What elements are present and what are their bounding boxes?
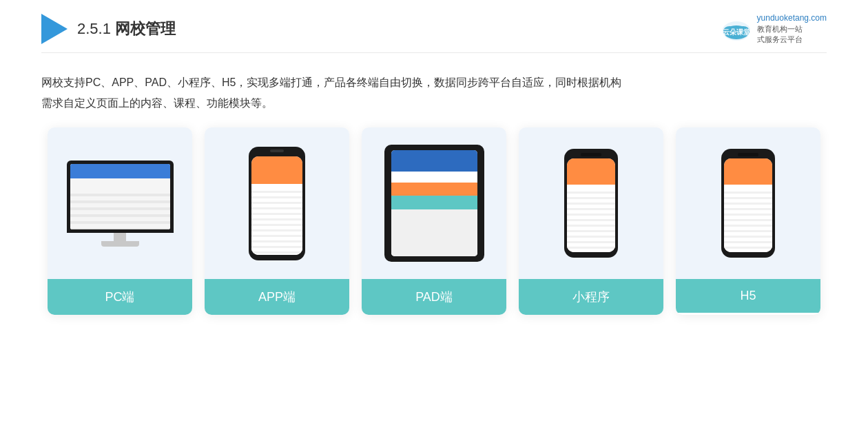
h5-phone-icon xyxy=(721,149,775,258)
card-h5: H5 xyxy=(676,127,820,315)
card-pc: PC端 xyxy=(48,127,192,315)
cloud-brand-icon: 云朵课堂 xyxy=(721,16,752,42)
card-miniprogram: 小程序 xyxy=(519,127,663,315)
card-pc-image xyxy=(48,127,192,279)
miniprogram-phone-icon xyxy=(564,149,618,258)
card-pc-label: PC端 xyxy=(48,279,192,315)
card-pad: PAD端 xyxy=(362,127,506,315)
device-cards-container: PC端 APP端 PAD端 xyxy=(41,127,827,315)
card-app-label: APP端 xyxy=(205,279,349,315)
card-h5-image xyxy=(676,127,820,279)
card-miniprogram-label: 小程序 xyxy=(519,279,663,315)
svg-text:云朵课堂: 云朵课堂 xyxy=(723,28,751,36)
pc-monitor-icon xyxy=(67,161,174,247)
header-left: 2.5.1 网校管理 xyxy=(41,14,176,44)
header: 2.5.1 网校管理 云朵课堂 yunduoketang.com 教育机构一站 … xyxy=(41,0,827,53)
page-container: 2.5.1 网校管理 云朵课堂 yunduoketang.com 教育机构一站 … xyxy=(0,0,868,434)
pad-tablet-icon xyxy=(384,145,484,262)
logo-triangle-icon xyxy=(41,14,68,44)
app-phone-icon xyxy=(249,147,305,260)
page-title: 2.5.1 网校管理 xyxy=(77,19,176,39)
card-h5-label: H5 xyxy=(676,279,820,313)
brand-logo: 云朵课堂 yunduoketang.com 教育机构一站 式服务云平台 xyxy=(721,12,827,45)
body-description: 网校支持PC、APP、PAD、小程序、H5，实现多端打通，产品各终端自由切换，数… xyxy=(41,72,827,114)
card-pad-label: PAD端 xyxy=(362,279,506,315)
card-app-image xyxy=(205,127,349,279)
card-pad-image xyxy=(362,127,506,279)
card-miniprogram-image xyxy=(519,127,663,279)
card-app: APP端 xyxy=(205,127,349,315)
brand-text: yunduoketang.com 教育机构一站 式服务云平台 xyxy=(757,12,827,45)
